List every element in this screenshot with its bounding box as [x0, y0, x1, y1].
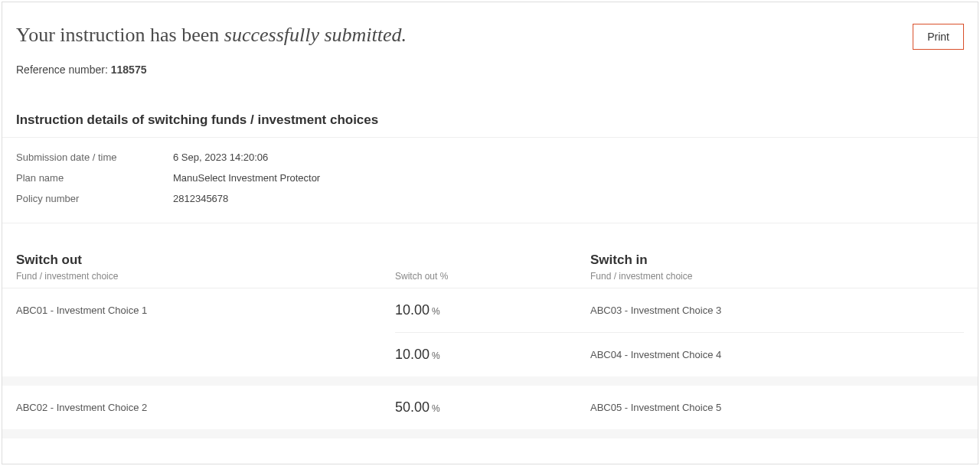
switch-in-fund: ABC04 - Investment Choice 4 [590, 349, 964, 360]
switch-group: ABC02 - Investment Choice 250.00%ABC05 -… [2, 386, 978, 438]
detail-row-policy: Policy number 2812345678 [16, 188, 964, 209]
policy-value: 2812345678 [173, 193, 228, 204]
switch-in-fund: ABC03 - Investment Choice 3 [590, 305, 964, 316]
switch-out-pct: 10.00% [395, 302, 590, 318]
switch-table-header: Switch out Fund / investment choice . Sw… [2, 223, 978, 288]
switch-out-title: Switch out [16, 253, 395, 268]
plan-label: Plan name [16, 172, 173, 184]
switch-out-pct: 10.00% [395, 347, 590, 363]
switch-out-pct: 50.00% [395, 399, 590, 415]
page-title: Your instruction has been successfully s… [16, 24, 407, 47]
submission-value: 6 Sep, 2023 14:20:06 [173, 152, 268, 163]
col-header-pct: . Switch out % [395, 253, 590, 282]
title-italic: successfully submitted. [224, 24, 407, 46]
reference-value: 118575 [111, 64, 147, 76]
pct-symbol: % [432, 403, 440, 414]
switch-group: ABC01 - Investment Choice 110.00%ABC03 -… [2, 288, 978, 386]
policy-label: Policy number [16, 193, 173, 204]
switch-pct-label: Switch out % [395, 271, 590, 282]
switch-in-title: Switch in [590, 253, 964, 268]
switch-out-fund: ABC02 - Investment Choice 2 [16, 402, 395, 413]
pct-value: 50.00 [395, 399, 430, 415]
detail-row-submission: Submission date / time 6 Sep, 2023 14:20… [16, 147, 964, 168]
switch-out-fund: ABC01 - Investment Choice 1 [16, 305, 395, 316]
switch-table-body: ABC01 - Investment Choice 110.00%ABC03 -… [2, 288, 978, 438]
pct-symbol: % [432, 306, 440, 317]
switch-in-sub: Fund / investment choice [590, 271, 964, 282]
submission-label: Submission date / time [16, 152, 173, 163]
plan-value: ManuSelect Investment Protector [173, 172, 320, 184]
switch-row: ABC02 - Investment Choice 250.00%ABC05 -… [2, 386, 978, 429]
switch-row: 10.00%ABC04 - Investment Choice 4 [2, 333, 978, 376]
switch-out-sub: Fund / investment choice [16, 271, 395, 282]
confirmation-panel: Your instruction has been successfully s… [2, 2, 978, 464]
header-row: Your instruction has been successfully s… [2, 2, 978, 50]
switch-row: ABC01 - Investment Choice 110.00%ABC03 -… [2, 288, 978, 332]
section-title: Instruction details of switching funds /… [2, 76, 978, 138]
reference-number: Reference number: 118575 [2, 50, 978, 76]
detail-row-plan: Plan name ManuSelect Investment Protecto… [16, 168, 964, 188]
reference-label: Reference number: [16, 64, 111, 76]
print-button[interactable]: Print [913, 24, 964, 50]
switch-in-fund: ABC05 - Investment Choice 5 [590, 402, 964, 413]
title-prefix: Your instruction has been [16, 24, 224, 46]
pct-value: 10.00 [395, 302, 430, 318]
pct-symbol: % [432, 350, 440, 361]
pct-value: 10.00 [395, 347, 430, 362]
instruction-details: Submission date / time 6 Sep, 2023 14:20… [2, 138, 978, 223]
col-header-in: Switch in Fund / investment choice [590, 253, 964, 282]
col-header-out: Switch out Fund / investment choice [16, 253, 395, 282]
